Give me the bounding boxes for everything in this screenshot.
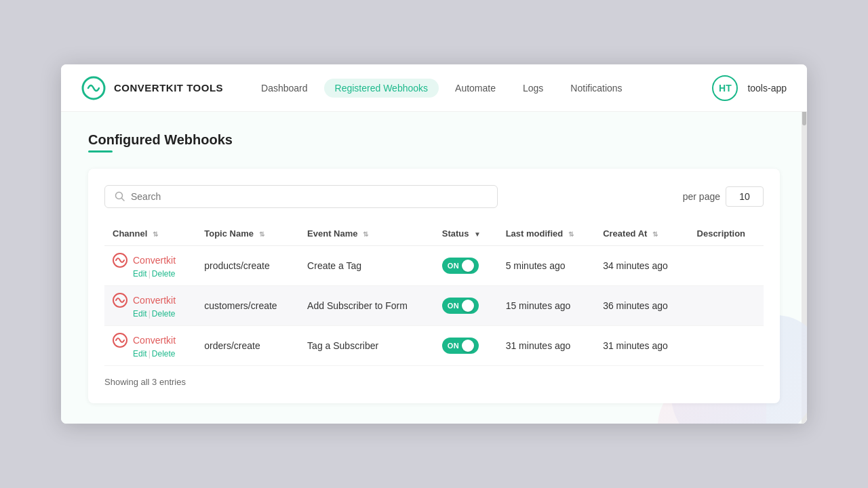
channel-cell-0: Convertkit Edit | Delete [104,246,196,286]
table-row: Convertkit Edit | Delete customers/creat… [104,286,764,326]
event-name-cell-0: Create a Tag [299,246,434,286]
col-status[interactable]: Status ▼ [434,222,498,246]
toggle-label-1: ON [448,302,460,310]
title-underline [88,150,113,152]
app-window: CONVERTKIT TOOLS Dashboard Registered We… [61,64,807,424]
sort-status-icon: ▼ [474,230,481,238]
status-cell-0: ON [434,246,498,286]
app-name-label: tools-app [747,83,787,94]
sort-modified-icon: ⇅ [568,230,574,238]
toggle-label-0: ON [448,262,460,270]
edit-link[interactable]: Edit [133,309,147,319]
logo-area: CONVERTKIT TOOLS [81,76,223,100]
nav-automate[interactable]: Automate [444,79,507,98]
logo-text: CONVERTKIT TOOLS [114,82,223,94]
per-page-input[interactable] [726,186,764,207]
nav-notifications[interactable]: Notifications [559,79,633,98]
edit-link[interactable]: Edit [133,349,147,359]
delete-link[interactable]: Delete [152,309,176,319]
channel-icon [113,333,127,348]
created-at-cell-0: 34 minutes ago [595,246,688,286]
toggle-1[interactable]: ON [442,298,479,314]
toggle-knob-1 [462,300,474,312]
col-event-name[interactable]: Event Name ⇅ [299,222,434,246]
nav-dashboard[interactable]: Dashboard [250,79,319,98]
col-topic-name[interactable]: Topic Name ⇅ [196,222,299,246]
last-modified-cell-0: 5 minutes ago [498,246,595,286]
last-modified-cell-1: 15 minutes ago [498,286,595,326]
delete-link[interactable]: Delete [152,269,176,279]
webhooks-table: Channel ⇅ Topic Name ⇅ Event Name ⇅ St [104,222,764,366]
table-row: Convertkit Edit | Delete products/create… [104,246,764,286]
sort-created-icon: ⇅ [652,230,658,238]
svg-line-2 [122,199,125,201]
table-row: Convertkit Edit | Delete orders/createTa… [104,326,764,366]
nav-registered-webhooks[interactable]: Registered Webhooks [324,79,439,98]
topic-name-cell-0: products/create [196,246,299,286]
per-page-label: per page [683,191,720,202]
channel-name: Convertkit [133,295,176,306]
avatar[interactable]: HT [712,75,738,101]
search-input[interactable] [131,191,488,202]
per-page-area: per page [683,186,764,207]
nav-right: HT tools-app [712,75,787,101]
navbar: CONVERTKIT TOOLS Dashboard Registered We… [61,64,807,112]
topic-name-cell-1: customers/create [196,286,299,326]
channel-cell-2: Convertkit Edit | Delete [104,326,196,366]
event-name-cell-2: Tag a Subscriber [299,326,434,366]
col-last-modified[interactable]: Last modified ⇅ [498,222,595,246]
toggle-0[interactable]: ON [442,258,479,274]
last-modified-cell-2: 31 minutes ago [498,326,595,366]
toggle-2[interactable]: ON [442,338,479,354]
edit-link[interactable]: Edit [133,269,147,279]
status-cell-2: ON [434,326,498,366]
status-cell-1: ON [434,286,498,326]
search-icon [115,191,125,202]
description-cell-1 [689,286,764,326]
channel-icon [113,253,127,268]
sort-event-icon: ⇅ [363,230,368,238]
delete-link[interactable]: Delete [152,349,176,359]
webhooks-card: per page Channel ⇅ Topic Name ⇅ [88,169,780,403]
channel-name: Convertkit [133,335,176,346]
created-at-cell-2: 31 minutes ago [595,326,688,366]
table-body: Convertkit Edit | Delete products/create… [104,246,764,366]
created-at-cell-1: 36 minutes ago [595,286,688,326]
col-channel[interactable]: Channel ⇅ [104,222,196,246]
sort-channel-icon: ⇅ [153,230,158,238]
table-header: Channel ⇅ Topic Name ⇅ Event Name ⇅ St [104,222,764,246]
channel-name: Convertkit [133,255,176,266]
description-cell-0 [689,246,764,286]
event-name-cell-1: Add Subscriber to Form [299,286,434,326]
channel-cell-1: Convertkit Edit | Delete [104,286,196,326]
channel-icon [113,293,127,308]
main-content: Configured Webhooks per page [61,112,807,424]
toggle-label-2: ON [448,342,460,350]
sort-topic-icon: ⇅ [259,230,264,238]
topic-name-cell-2: orders/create [196,326,299,366]
col-description: Description [689,222,764,246]
search-row: per page [104,185,764,208]
page-title: Configured Webhooks [88,132,780,148]
toggle-knob-2 [462,340,474,352]
nav-links: Dashboard Registered Webhooks Automate L… [250,79,712,98]
search-box [104,185,498,208]
logo-icon [81,76,106,100]
col-created-at[interactable]: Created At ⇅ [595,222,688,246]
showing-text: Showing all 3 entries [104,377,764,387]
description-cell-2 [689,326,764,366]
toggle-knob-0 [462,260,474,272]
nav-logs[interactable]: Logs [512,79,554,98]
